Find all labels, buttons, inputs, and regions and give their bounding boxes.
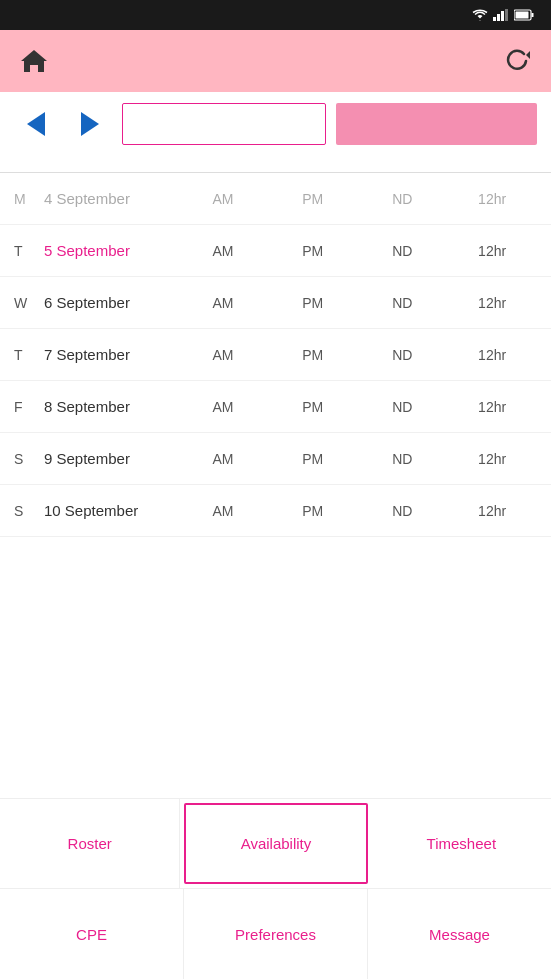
table-row: T7 SeptemberAMPMND12hr <box>0 329 551 381</box>
availability-slot-12hr[interactable]: 12hr <box>472 503 512 519</box>
bottom-nav-row-1: RosterAvailabilityTimesheet <box>0 799 551 889</box>
save-button[interactable] <box>336 103 538 145</box>
prev-button[interactable] <box>14 102 58 146</box>
availability-slot-nd[interactable]: ND <box>382 191 422 207</box>
svg-rect-3 <box>505 9 508 21</box>
availability-slot-12hr[interactable]: 12hr <box>472 399 512 415</box>
availability-slots: AMPMND12hr <box>178 295 537 311</box>
availability-slots: AMPMND12hr <box>178 503 537 519</box>
day-date: 5 September <box>38 242 178 259</box>
battery-icon <box>514 9 534 21</box>
svg-rect-1 <box>497 14 500 21</box>
home-icon <box>19 46 49 76</box>
nav-item-cpe[interactable]: CPE <box>0 889 184 979</box>
nav-item-roster[interactable]: Roster <box>0 799 180 888</box>
table-row: T5 SeptemberAMPMND12hr <box>0 225 551 277</box>
availability-slot-nd[interactable]: ND <box>382 295 422 311</box>
table-row: W6 SeptemberAMPMND12hr <box>0 277 551 329</box>
svg-rect-5 <box>532 13 534 17</box>
wifi-icon <box>472 9 488 21</box>
bottom-nav-row-2: CPEPreferencesMessage <box>0 889 551 979</box>
table-header <box>0 156 551 173</box>
availability-slot-am[interactable]: AM <box>203 399 243 415</box>
availability-slot-pm[interactable]: PM <box>293 243 333 259</box>
today-button[interactable] <box>122 103 326 145</box>
table-row: F8 SeptemberAMPMND12hr <box>0 381 551 433</box>
availability-slot-pm[interactable]: PM <box>293 295 333 311</box>
bottom-nav: RosterAvailabilityTimesheetCPEPreference… <box>0 798 551 979</box>
availability-slot-12hr[interactable]: 12hr <box>472 191 512 207</box>
availability-slot-am[interactable]: AM <box>203 451 243 467</box>
prev-arrow-icon <box>27 112 45 136</box>
svg-rect-0 <box>493 17 496 21</box>
availability-slot-pm[interactable]: PM <box>293 191 333 207</box>
nav-item-message[interactable]: Message <box>368 889 551 979</box>
day-date: 7 September <box>38 346 178 363</box>
availability-slot-am[interactable]: AM <box>203 243 243 259</box>
availability-slots: AMPMND12hr <box>178 347 537 363</box>
day-letter: S <box>14 503 38 519</box>
availability-slot-12hr[interactable]: 12hr <box>472 451 512 467</box>
nav-item-preferences[interactable]: Preferences <box>184 889 368 979</box>
schedule-list: M4 SeptemberAMPMND12hrT5 SeptemberAMPMND… <box>0 173 551 798</box>
day-letter: W <box>14 295 38 311</box>
availability-slot-pm[interactable]: PM <box>293 399 333 415</box>
table-row: M4 SeptemberAMPMND12hr <box>0 173 551 225</box>
table-row: S10 SeptemberAMPMND12hr <box>0 485 551 537</box>
availability-slots: AMPMND12hr <box>178 243 537 259</box>
next-button[interactable] <box>68 102 112 146</box>
availability-slots: AMPMND12hr <box>178 191 537 207</box>
day-date: 4 September <box>38 190 178 207</box>
day-letter: M <box>14 191 38 207</box>
availability-slots: AMPMND12hr <box>178 399 537 415</box>
availability-slot-nd[interactable]: ND <box>382 347 422 363</box>
availability-slot-12hr[interactable]: 12hr <box>472 347 512 363</box>
availability-slot-nd[interactable]: ND <box>382 399 422 415</box>
availability-slot-nd[interactable]: ND <box>382 243 422 259</box>
availability-slot-pm[interactable]: PM <box>293 503 333 519</box>
svg-rect-2 <box>501 11 504 21</box>
table-row: S9 SeptemberAMPMND12hr <box>0 433 551 485</box>
availability-slot-am[interactable]: AM <box>203 347 243 363</box>
nav-item-timesheet[interactable]: Timesheet <box>372 799 551 888</box>
refresh-button[interactable] <box>499 43 535 79</box>
day-letter: F <box>14 399 38 415</box>
signal-icon <box>493 9 509 21</box>
svg-marker-7 <box>526 51 530 59</box>
day-letter: T <box>14 243 38 259</box>
availability-slots: AMPMND12hr <box>178 451 537 467</box>
toolbar <box>0 92 551 156</box>
availability-slot-nd[interactable]: ND <box>382 503 422 519</box>
availability-slot-am[interactable]: AM <box>203 295 243 311</box>
status-bar <box>0 0 551 30</box>
day-date: 6 September <box>38 294 178 311</box>
availability-slot-12hr[interactable]: 12hr <box>472 295 512 311</box>
day-letter: S <box>14 451 38 467</box>
header <box>0 30 551 92</box>
availability-slot-12hr[interactable]: 12hr <box>472 243 512 259</box>
svg-rect-6 <box>516 12 529 19</box>
day-date: 10 September <box>38 502 178 519</box>
availability-slot-nd[interactable]: ND <box>382 451 422 467</box>
nav-item-availability[interactable]: Availability <box>184 803 367 884</box>
status-icons <box>472 9 539 21</box>
home-button[interactable] <box>16 43 52 79</box>
next-arrow-icon <box>81 112 99 136</box>
availability-slot-pm[interactable]: PM <box>293 347 333 363</box>
availability-slot-am[interactable]: AM <box>203 503 243 519</box>
availability-slot-pm[interactable]: PM <box>293 451 333 467</box>
day-date: 8 September <box>38 398 178 415</box>
day-date: 9 September <box>38 450 178 467</box>
availability-slot-am[interactable]: AM <box>203 191 243 207</box>
refresh-icon <box>502 46 532 76</box>
day-letter: T <box>14 347 38 363</box>
